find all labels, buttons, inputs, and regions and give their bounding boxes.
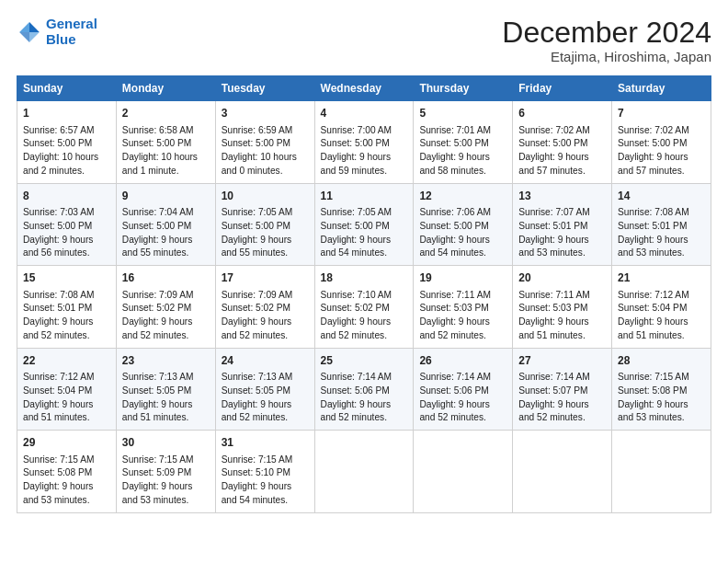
daylight-label: Daylight: 9 hours and 52 minutes.	[122, 316, 192, 340]
sunrise-label: Sunrise: 7:15 AM	[618, 372, 689, 382]
day-cell: 5Sunrise: 7:01 AMSunset: 5:00 PMDaylight…	[414, 101, 513, 184]
sunset-label: Sunset: 5:00 PM	[321, 221, 390, 231]
daylight-label: Daylight: 9 hours and 55 minutes.	[122, 235, 192, 259]
sunset-label: Sunset: 5:04 PM	[618, 303, 687, 313]
day-number: 10	[222, 189, 309, 204]
sunset-label: Sunset: 5:01 PM	[618, 221, 687, 231]
sunrise-label: Sunrise: 7:02 AM	[518, 125, 590, 135]
day-cell: 1Sunrise: 6:57 AMSunset: 5:00 PMDaylight…	[17, 101, 117, 184]
day-cell: 29Sunrise: 7:15 AMSunset: 5:08 PMDayligh…	[17, 431, 117, 513]
day-number: 12	[419, 189, 506, 204]
day-number: 9	[122, 189, 210, 204]
daylight-label: Daylight: 9 hours and 54 minutes.	[419, 235, 489, 259]
daylight-label: Daylight: 9 hours and 51 minutes.	[23, 399, 93, 423]
day-cell: 25Sunrise: 7:14 AMSunset: 5:06 PMDayligh…	[314, 348, 414, 431]
sunrise-label: Sunrise: 7:14 AM	[518, 372, 590, 382]
daylight-label: Daylight: 9 hours and 56 minutes.	[23, 235, 93, 259]
sunrise-label: Sunrise: 7:15 AM	[23, 454, 95, 465]
day-cell: 8Sunrise: 7:03 AMSunset: 5:00 PMDaylight…	[17, 183, 117, 266]
sunset-label: Sunset: 5:02 PM	[222, 303, 290, 313]
daylight-label: Daylight: 9 hours and 52 minutes.	[222, 399, 291, 423]
sunset-label: Sunset: 5:09 PM	[122, 467, 191, 477]
day-cell: 6Sunrise: 7:02 AMSunset: 5:00 PMDaylight…	[513, 101, 612, 184]
day-cell: 30Sunrise: 7:15 AMSunset: 5:09 PMDayligh…	[116, 431, 215, 513]
sunrise-label: Sunrise: 7:01 AM	[419, 125, 491, 135]
day-number: 6	[518, 106, 606, 121]
sunrise-label: Sunrise: 7:10 AM	[321, 290, 392, 300]
daylight-label: Daylight: 9 hours and 52 minutes.	[419, 399, 489, 423]
sunset-label: Sunset: 5:07 PM	[518, 385, 587, 396]
daylight-label: Daylight: 9 hours and 53 minutes.	[618, 399, 688, 423]
sunrise-label: Sunrise: 7:08 AM	[618, 207, 689, 217]
day-header-wednesday: Wednesday	[314, 76, 414, 101]
daylight-label: Daylight: 9 hours and 51 minutes.	[618, 316, 688, 340]
daylight-label: Daylight: 9 hours and 53 minutes.	[122, 481, 192, 505]
day-cell: 13Sunrise: 7:07 AMSunset: 5:01 PMDayligh…	[513, 183, 612, 266]
sunrise-label: Sunrise: 7:12 AM	[618, 290, 689, 300]
sunrise-label: Sunrise: 7:15 AM	[222, 454, 293, 465]
day-number: 27	[518, 353, 606, 369]
day-number: 13	[518, 189, 606, 204]
logo: General Blue	[17, 17, 97, 47]
sunrise-label: Sunrise: 6:57 AM	[23, 125, 95, 135]
sunrise-label: Sunrise: 7:09 AM	[122, 290, 194, 300]
sunset-label: Sunset: 5:00 PM	[419, 138, 488, 148]
week-row-5: 29Sunrise: 7:15 AMSunset: 5:08 PMDayligh…	[17, 431, 711, 513]
sunset-label: Sunset: 5:04 PM	[23, 385, 92, 396]
day-cell: 31Sunrise: 7:15 AMSunset: 5:10 PMDayligh…	[215, 431, 314, 513]
sunrise-label: Sunrise: 7:06 AM	[419, 207, 491, 217]
sunrise-label: Sunrise: 7:14 AM	[419, 372, 491, 382]
sunset-label: Sunset: 5:05 PM	[222, 385, 290, 396]
logo-general: General	[46, 16, 97, 31]
sunrise-label: Sunrise: 7:04 AM	[122, 207, 194, 217]
day-cell: 23Sunrise: 7:13 AMSunset: 5:05 PMDayligh…	[116, 348, 215, 431]
sunrise-label: Sunrise: 7:14 AM	[321, 372, 392, 382]
day-cell: 14Sunrise: 7:08 AMSunset: 5:01 PMDayligh…	[612, 183, 711, 266]
sunset-label: Sunset: 5:10 PM	[222, 467, 290, 477]
day-header-sunday: Sunday	[17, 76, 117, 101]
day-cell: 24Sunrise: 7:13 AMSunset: 5:05 PMDayligh…	[215, 348, 314, 431]
daylight-label: Daylight: 9 hours and 57 minutes.	[618, 152, 688, 176]
day-number: 1	[23, 106, 110, 121]
daylight-label: Daylight: 9 hours and 52 minutes.	[321, 399, 391, 423]
day-number: 18	[321, 270, 408, 286]
day-number: 26	[419, 353, 506, 369]
daylight-label: Daylight: 9 hours and 58 minutes.	[419, 152, 489, 176]
week-row-3: 15Sunrise: 7:08 AMSunset: 5:01 PMDayligh…	[17, 266, 711, 349]
week-row-4: 22Sunrise: 7:12 AMSunset: 5:04 PMDayligh…	[17, 348, 711, 431]
day-cell	[513, 431, 612, 513]
day-cell: 7Sunrise: 7:02 AMSunset: 5:00 PMDaylight…	[612, 101, 711, 184]
day-cell: 2Sunrise: 6:58 AMSunset: 5:00 PMDaylight…	[116, 101, 215, 184]
day-cell: 21Sunrise: 7:12 AMSunset: 5:04 PMDayligh…	[612, 266, 711, 349]
day-cell	[414, 431, 513, 513]
day-header-thursday: Thursday	[414, 76, 513, 101]
daylight-label: Daylight: 9 hours and 53 minutes.	[618, 235, 688, 259]
daylight-label: Daylight: 9 hours and 51 minutes.	[518, 316, 588, 340]
day-headers-row: SundayMondayTuesdayWednesdayThursdayFrid…	[17, 76, 711, 101]
day-number: 3	[222, 106, 309, 121]
calendar-title: December 2024	[502, 17, 711, 49]
daylight-label: Daylight: 9 hours and 54 minutes.	[321, 235, 391, 259]
sunset-label: Sunset: 5:05 PM	[122, 385, 191, 396]
daylight-label: Daylight: 9 hours and 52 minutes.	[518, 399, 588, 423]
day-number: 4	[321, 106, 408, 121]
daylight-label: Daylight: 9 hours and 53 minutes.	[518, 235, 588, 259]
sunrise-label: Sunrise: 7:05 AM	[222, 207, 293, 217]
sunrise-label: Sunrise: 7:12 AM	[23, 372, 95, 382]
day-cell: 12Sunrise: 7:06 AMSunset: 5:00 PMDayligh…	[414, 183, 513, 266]
day-number: 19	[419, 270, 506, 286]
sunrise-label: Sunrise: 7:02 AM	[618, 125, 689, 135]
week-row-2: 8Sunrise: 7:03 AMSunset: 5:00 PMDaylight…	[17, 183, 711, 266]
sunrise-label: Sunrise: 7:09 AM	[222, 290, 293, 300]
day-cell: 19Sunrise: 7:11 AMSunset: 5:03 PMDayligh…	[414, 266, 513, 349]
day-cell: 11Sunrise: 7:05 AMSunset: 5:00 PMDayligh…	[314, 183, 414, 266]
logo-blue: Blue	[46, 31, 76, 47]
sunrise-label: Sunrise: 7:13 AM	[122, 372, 194, 382]
day-cell: 3Sunrise: 6:59 AMSunset: 5:00 PMDaylight…	[215, 101, 314, 184]
sunset-label: Sunset: 5:01 PM	[23, 303, 92, 313]
day-header-monday: Monday	[116, 76, 215, 101]
logo-text: General Blue	[46, 17, 97, 47]
day-number: 5	[419, 106, 506, 121]
day-cell: 4Sunrise: 7:00 AMSunset: 5:00 PMDaylight…	[314, 101, 414, 184]
day-header-friday: Friday	[513, 76, 612, 101]
